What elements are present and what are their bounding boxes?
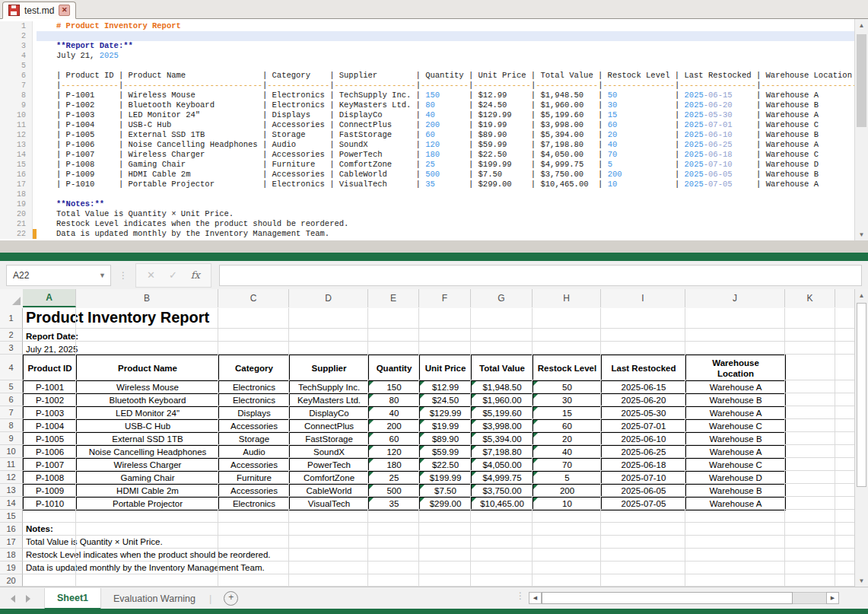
row-header-20[interactable]: 20 xyxy=(0,574,23,587)
scroll-up-icon[interactable]: ▲ xyxy=(855,289,868,301)
editor-line[interactable]: 4July 21, 2025 xyxy=(0,51,855,61)
formula-input[interactable] xyxy=(219,265,862,286)
sheet-grid[interactable]: Product Inventory Report Report Date: Ju… xyxy=(0,308,855,587)
table-header-cell[interactable]: Product Name xyxy=(77,355,219,381)
column-header-k[interactable]: K xyxy=(785,289,835,307)
table-header-cell[interactable]: Last Restocked xyxy=(602,355,686,381)
tab-close-icon[interactable]: ✕ xyxy=(59,5,70,16)
editor-line[interactable]: 15| P-1008 | Gaming Chair | Furniture | … xyxy=(0,160,855,170)
row-header-17[interactable]: 17 xyxy=(0,536,23,549)
editor-vertical-scrollbar[interactable]: ▲ ▼ xyxy=(854,19,868,240)
row-header-15[interactable]: 15 xyxy=(0,510,23,523)
editor-line[interactable]: 8| P-1001 | Wireless Mouse | Electronics… xyxy=(0,91,855,100)
column-header-c[interactable]: C xyxy=(218,289,289,307)
row-header-8[interactable]: 8 xyxy=(0,419,23,432)
cell-a1-title[interactable]: Product Inventory Report xyxy=(26,309,209,326)
horizontal-scrollbar-thumb[interactable] xyxy=(542,592,793,604)
column-header-i[interactable]: I xyxy=(601,289,685,307)
table-header-cell[interactable]: Supplier xyxy=(290,355,369,381)
enter-icon[interactable]: ✓ xyxy=(169,269,177,281)
select-all-corner[interactable] xyxy=(0,289,24,307)
row-header-7[interactable]: 7 xyxy=(0,406,23,419)
editor-line[interactable]: 5 xyxy=(0,61,855,71)
column-header-g[interactable]: G xyxy=(471,289,533,307)
editor-line[interactable]: 22Data is updated monthly by the Invento… xyxy=(0,229,855,239)
column-header-b[interactable]: B xyxy=(76,289,218,307)
column-header-h[interactable]: H xyxy=(533,289,601,307)
row-header-10[interactable]: 10 xyxy=(0,445,23,458)
cell-a18-note[interactable]: Restock Level indicates when the product… xyxy=(26,549,271,562)
editor-text-area[interactable]: 1# Product Inventory Report23**Report Da… xyxy=(0,19,855,240)
horizontal-scrollbar-track[interactable] xyxy=(793,592,826,604)
add-sheet-icon[interactable]: + xyxy=(224,591,238,606)
editor-line[interactable]: 14| P-1007 | Wireless Charger | Accessor… xyxy=(0,150,855,160)
number-stored-as-text-triangle-icon xyxy=(420,446,424,450)
horizontal-scrollbar[interactable]: ◀ ▶ xyxy=(529,592,839,604)
row-header-18[interactable]: 18 xyxy=(0,549,23,562)
row-header-2[interactable]: 2 xyxy=(0,329,23,342)
scroll-down-icon[interactable]: ▼ xyxy=(855,574,868,587)
row-header-6[interactable]: 6 xyxy=(0,393,23,406)
column-header-e[interactable]: E xyxy=(368,289,419,307)
column-header-d[interactable]: D xyxy=(289,289,368,307)
table-header-cell[interactable]: Category xyxy=(219,355,290,381)
gridline xyxy=(23,496,855,497)
column-header-a[interactable]: A xyxy=(23,289,76,307)
cancel-icon[interactable]: ✕ xyxy=(147,269,155,281)
number-stored-as-text-triangle-icon xyxy=(420,394,424,399)
row-header-4[interactable]: 4 xyxy=(0,355,23,380)
editor-tab-test-md[interactable]: test.md ✕ xyxy=(2,2,76,19)
row-header-12[interactable]: 12 xyxy=(0,471,23,484)
editor-line[interactable]: 13| P-1006 | Noise Cancelling Headphones… xyxy=(0,140,855,150)
scroll-left-icon[interactable]: ◀ xyxy=(529,592,542,604)
table-header-cell[interactable]: Total Value xyxy=(472,355,533,381)
row-header-14[interactable]: 14 xyxy=(0,497,23,510)
tab-nav-left-icon[interactable] xyxy=(11,595,15,603)
table-header-cell[interactable]: Warehouse Location xyxy=(686,355,786,381)
row-header-5[interactable]: 5 xyxy=(0,380,23,393)
fx-icon[interactable]: fx xyxy=(191,269,200,281)
scroll-up-icon[interactable]: ▲ xyxy=(855,19,868,31)
sheet-vertical-scrollbar[interactable]: ▲ ▼ xyxy=(854,289,868,587)
column-header-j[interactable]: J xyxy=(685,289,785,307)
row-header-9[interactable]: 9 xyxy=(0,432,23,445)
column-header-f[interactable]: F xyxy=(419,289,471,307)
chevron-down-icon[interactable]: ▼ xyxy=(99,272,106,279)
editor-line[interactable]: 9| P-1002 | Bluetooth Keyboard | Electro… xyxy=(0,100,855,110)
cell-a16-notes-label[interactable]: Notes: xyxy=(26,523,53,536)
editor-scrollbar-thumb[interactable] xyxy=(857,34,866,127)
editor-line[interactable]: 3**Report Date:** xyxy=(0,41,855,51)
editor-line[interactable]: 16| P-1009 | HDMI Cable 2m | Accessories… xyxy=(0,170,855,180)
table-header-cell[interactable]: Unit Price xyxy=(420,355,472,381)
sheet-scrollbar-thumb[interactable] xyxy=(857,303,866,487)
row-header-3[interactable]: 3 xyxy=(0,342,23,355)
row-header-1[interactable]: 1 xyxy=(0,308,23,329)
sheet-tab-evaluation-warning[interactable]: Evaluation Warning xyxy=(101,593,208,604)
editor-line[interactable]: 1# Product Inventory Report xyxy=(0,21,855,31)
scroll-down-icon[interactable]: ▼ xyxy=(855,228,868,240)
editor-line[interactable]: 19**Notes:** xyxy=(0,199,855,209)
table-header-cell[interactable]: Product ID xyxy=(24,355,77,381)
table-header-cell[interactable]: Quantity xyxy=(369,355,420,381)
editor-line[interactable]: 21Restock Level indicates when the produ… xyxy=(0,219,855,229)
editor-line[interactable]: 6| Product ID | Product Name | Category … xyxy=(0,71,855,81)
row-header-16[interactable]: 16 xyxy=(0,523,23,536)
sheet-tab-sheet1[interactable]: Sheet1 xyxy=(44,588,101,609)
row-header-19[interactable]: 19 xyxy=(0,562,23,574)
editor-line[interactable]: 12| P-1005 | External SSD 1TB | Storage … xyxy=(0,130,855,140)
table-header-cell[interactable]: Restock Level xyxy=(533,355,602,381)
row-header-13[interactable]: 13 xyxy=(0,484,23,497)
editor-line[interactable]: 11| P-1004 | USB-C Hub | Accessories | C… xyxy=(0,120,855,130)
name-box[interactable]: A22 ▼ xyxy=(6,265,111,286)
scroll-right-icon[interactable]: ▶ xyxy=(826,592,839,604)
editor-line[interactable]: 10| P-1003 | LED Monitor 24" | Displays … xyxy=(0,110,855,120)
cell-a17-note[interactable]: Total Value is Quantity × Unit Price. xyxy=(26,536,163,549)
cell-a19-note[interactable]: Data is updated monthly by the Inventory… xyxy=(26,562,265,574)
editor-line[interactable]: 7|------------|-------------------------… xyxy=(0,81,855,91)
tab-nav-right-icon[interactable] xyxy=(26,595,30,603)
editor-line[interactable]: 18 xyxy=(0,189,855,199)
editor-line[interactable]: 20Total Value is Quantity × Unit Price. xyxy=(0,209,855,219)
editor-line[interactable]: 2 xyxy=(0,31,855,41)
row-header-11[interactable]: 11 xyxy=(0,458,23,471)
editor-line[interactable]: 17| P-1010 | Portable Projector | Electr… xyxy=(0,180,855,189)
